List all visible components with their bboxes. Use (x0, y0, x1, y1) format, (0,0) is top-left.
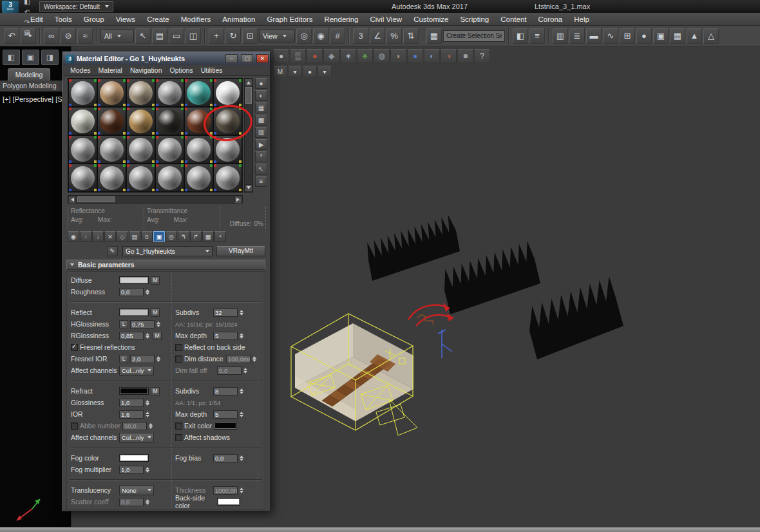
reflect-color-swatch[interactable] (119, 309, 149, 316)
video-color-check-button[interactable]: ▥ (255, 127, 267, 138)
viewport-label[interactable]: [+] [Perspective] [S (3, 95, 62, 103)
align-button[interactable]: ≡ (529, 28, 545, 44)
slots-vertical-scrollbar[interactable] (244, 78, 253, 193)
dim-distance-spinner[interactable]: 100,0mm (226, 355, 258, 363)
material-slot-13[interactable] (68, 135, 97, 164)
ribbon-quick-icon-2[interactable]: ▣ (22, 50, 39, 65)
schematic-view-button[interactable]: ⊞ (620, 28, 635, 44)
refract-max-depth-spinner[interactable]: 5 (213, 410, 245, 419)
make-preview-button[interactable]: ▶ (255, 139, 267, 150)
reflect-subdivs-spinner[interactable]: 32 (213, 309, 245, 317)
fresnel-reflections-checkbox[interactable] (71, 344, 78, 351)
plant-icon[interactable]: ♣ (357, 49, 373, 63)
menu-tools[interactable]: Tools (49, 13, 78, 26)
noise-icon[interactable]: ▒ (290, 49, 306, 63)
rglossiness-map-button[interactable]: M (153, 332, 162, 340)
material-mini-dropdown[interactable]: M (273, 66, 287, 77)
workspace-dropdown[interactable]: Workspace: Default (39, 1, 113, 12)
undo-quick-button[interactable]: ↶ (21, 6, 33, 17)
refract-subdivs-spinner[interactable]: 8 (213, 387, 245, 395)
diffuse-color-swatch[interactable] (119, 276, 149, 284)
hglossiness-spinner[interactable]: 0,75 (130, 320, 162, 328)
red-sphere-icon[interactable]: ● (307, 49, 323, 63)
thickness-spinner[interactable]: 1000,0mm (213, 486, 245, 495)
shell-icon[interactable]: ◗ (390, 49, 406, 63)
me-menu-options[interactable]: Options (167, 66, 196, 74)
exit-color-swatch[interactable] (214, 422, 237, 430)
project-folder-button[interactable]: ▤ (21, 27, 33, 37)
scroll-right-icon[interactable] (234, 196, 242, 204)
ribbon-quick-icon-3[interactable]: ◨ (41, 50, 59, 65)
affect-shadows-checkbox[interactable] (175, 434, 182, 441)
menu-views[interactable]: Views (110, 13, 141, 26)
material-editor-button[interactable]: ● (636, 28, 652, 44)
ribbon-tab-polygon-modeling[interactable]: Polygon Modeling (0, 81, 71, 91)
glossiness-spinner[interactable]: 1,0 (119, 399, 151, 407)
menu-animation[interactable]: Animation (216, 13, 261, 26)
save-file-button[interactable]: ◧ (21, 0, 33, 6)
fog-multiplier-spinner[interactable]: 1,0 (119, 466, 151, 474)
render-setup-button[interactable]: ▣ (653, 28, 669, 44)
me-menu-modes[interactable]: Modes (67, 66, 94, 74)
reset-map-button[interactable]: ✕ (104, 231, 116, 242)
toggle-ribbon-button[interactable]: ▬ (586, 28, 602, 44)
put-to-library-button[interactable]: ▤ (129, 231, 140, 242)
angle-snap-toggle[interactable]: ∠ (370, 28, 385, 44)
use-pivot-point-center-button[interactable]: ◎ (296, 28, 312, 44)
menu-civil-view[interactable]: Civil View (364, 13, 408, 26)
material-slot-23[interactable] (184, 164, 213, 192)
sphere-add-icon[interactable]: ◐ (424, 49, 440, 63)
scrollbar-thumb[interactable] (245, 87, 252, 104)
toggle-scene-explorer-button[interactable]: ▥ (553, 28, 568, 44)
material-slot-17[interactable] (184, 135, 213, 164)
fresnel-ior-spinner[interactable]: 2,0 (130, 355, 162, 363)
snaps-toggle-button[interactable]: 3 (353, 28, 368, 44)
render-production-button[interactable]: ▲ (687, 28, 702, 44)
pick-material-from-object-button[interactable]: ✎ (107, 246, 118, 256)
select-by-material-button[interactable]: ↖ (255, 164, 267, 175)
get-material-button[interactable]: ◉ (68, 231, 79, 242)
scroll-left-icon[interactable] (68, 196, 76, 204)
mirror-button[interactable]: ◧ (513, 28, 528, 44)
menu-help[interactable]: Help (568, 13, 595, 26)
material-slot-8[interactable] (97, 107, 126, 135)
3dsmax-logo-icon[interactable]: 3 MAX (2, 1, 19, 13)
translucency-dropdown[interactable]: None (119, 486, 154, 495)
sphere-check-icon[interactable]: ◑ (441, 49, 457, 63)
back-side-color-swatch[interactable] (217, 498, 240, 506)
background-button[interactable]: ▦ (255, 102, 267, 113)
mini-caret-2[interactable]: ▾ (318, 66, 332, 77)
affect-channels-dropdown[interactable]: Col...nly (119, 366, 154, 375)
select-by-name-button[interactable]: ▤ (152, 28, 167, 44)
snowflake-icon[interactable]: ∗ (340, 49, 356, 63)
select-and-scale-button[interactable]: ⊡ (242, 28, 258, 44)
roughness-spinner[interactable]: 0,0 (119, 288, 151, 296)
refract-color-swatch[interactable] (119, 387, 149, 395)
menu-content[interactable]: Content (495, 13, 532, 26)
bind-to-space-warp-button[interactable]: ≈ (77, 28, 93, 44)
select-and-link-button[interactable]: ∞ (44, 28, 59, 44)
material-slot-9[interactable] (126, 107, 155, 135)
material-slot-22[interactable] (155, 164, 184, 192)
keyboard-shortcut-override-toggle[interactable]: # (330, 28, 345, 44)
go-forward-to-sibling-button[interactable]: ↱ (190, 231, 202, 242)
selection-filter-dropdown[interactable]: All (100, 30, 134, 43)
abbe-number-checkbox[interactable] (71, 423, 78, 430)
reflect-on-back-side-checkbox[interactable] (175, 344, 182, 351)
refract-map-button[interactable]: M (151, 387, 160, 395)
minimize-button[interactable]: – (225, 54, 238, 63)
sample-uv-tiling-button[interactable]: ▩ (255, 115, 267, 126)
menu-customize[interactable]: Customize (408, 13, 454, 26)
ior-spinner[interactable]: 1,6 (119, 410, 151, 419)
material-slot-7[interactable] (68, 107, 97, 135)
me-menu-navigation[interactable]: Navigation (127, 66, 166, 74)
scroll-down-icon[interactable] (245, 184, 252, 192)
fresnel-ior-lock-button[interactable]: L (119, 355, 128, 363)
material-slot-21[interactable] (126, 164, 155, 192)
options-button[interactable]: * (255, 151, 267, 162)
material-slot-5[interactable] (184, 79, 213, 107)
axe-icon[interactable]: ◆ (323, 49, 339, 63)
mini-caret-1[interactable]: ▾ (288, 66, 302, 77)
menu-create[interactable]: Create (141, 13, 175, 26)
fog-color-swatch[interactable] (119, 454, 149, 462)
